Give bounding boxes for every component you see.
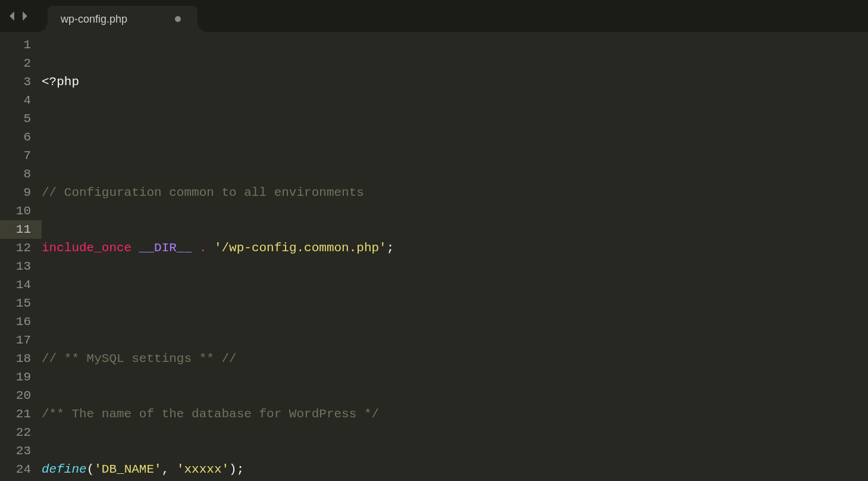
line-number: 15	[0, 294, 31, 313]
code-line: // Configuration common to all environme…	[42, 183, 868, 202]
code-line: include_once __DIR__ . '/wp-config.commo…	[42, 239, 868, 257]
code-line: /** The name of the database for WordPre…	[42, 405, 868, 423]
line-number: 18	[0, 349, 31, 368]
code-line	[42, 128, 868, 146]
line-number: 7	[0, 146, 31, 165]
line-number: 1	[0, 36, 31, 54]
line-number: 23	[0, 442, 31, 460]
tab-filename: wp-config.php	[61, 13, 127, 26]
nav-back-icon[interactable]	[7, 10, 17, 22]
line-number: 24	[0, 460, 31, 479]
line-number: 17	[0, 331, 31, 349]
line-number: 9	[0, 183, 31, 202]
code-area[interactable]: <?php // Configuration common to all env…	[42, 32, 868, 481]
code-line	[42, 294, 868, 313]
line-number: 4	[0, 91, 31, 110]
line-number: 10	[0, 202, 31, 220]
file-tab[interactable]: wp-config.php	[48, 6, 198, 32]
code-line: // ** MySQL settings ** //	[42, 349, 868, 368]
line-number: 8	[0, 165, 31, 183]
line-number: 14	[0, 276, 31, 294]
line-number: 3	[0, 73, 31, 91]
line-number: 12	[0, 239, 31, 257]
line-number: 16	[0, 313, 31, 331]
editor[interactable]: 1 2 3 4 5 6 7 8 9 10 11 12 13 14 15 16 1…	[0, 32, 868, 481]
nav-arrows	[0, 10, 30, 22]
code-line: <?php	[42, 73, 868, 91]
dirty-indicator-icon	[175, 16, 181, 22]
code-line: define('DB_NAME', 'xxxxx');	[42, 460, 868, 479]
line-number-gutter: 1 2 3 4 5 6 7 8 9 10 11 12 13 14 15 16 1…	[0, 32, 42, 481]
line-number: 11	[0, 220, 42, 239]
title-bar: wp-config.php	[0, 0, 868, 32]
line-number: 2	[0, 54, 31, 73]
line-number: 6	[0, 128, 31, 146]
nav-forward-icon[interactable]	[20, 10, 30, 22]
line-number: 13	[0, 257, 31, 276]
line-number: 5	[0, 110, 31, 128]
line-number: 21	[0, 405, 31, 423]
line-number: 22	[0, 423, 31, 442]
line-number: 19	[0, 368, 31, 386]
line-number: 20	[0, 386, 31, 405]
